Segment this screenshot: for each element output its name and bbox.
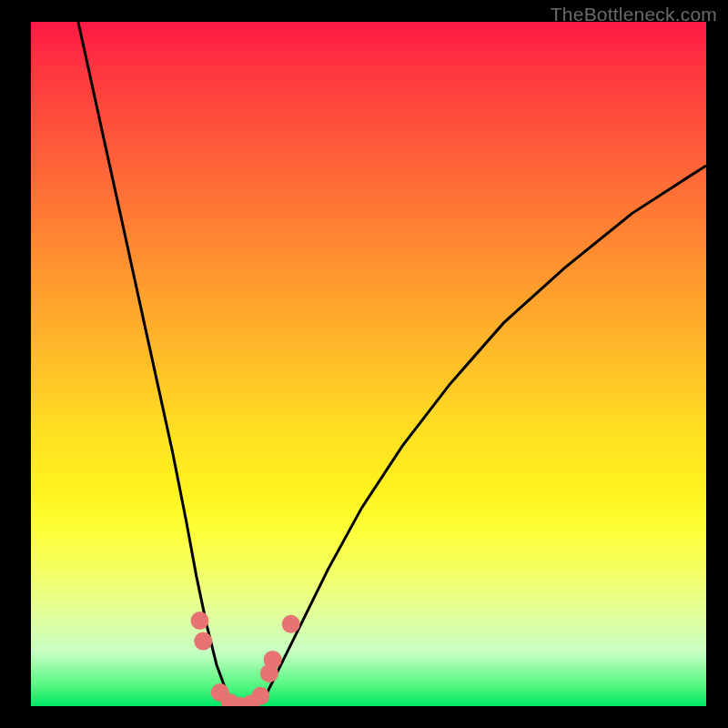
marker: [251, 687, 269, 705]
marker: [282, 615, 300, 633]
right-curve: [258, 166, 706, 706]
chart-frame: TheBottleneck.com: [0, 0, 728, 728]
plot-area: [31, 22, 706, 706]
marker: [191, 612, 209, 630]
left-curve: [78, 22, 236, 706]
marker: [194, 632, 212, 651]
watermark-text: TheBottleneck.com: [551, 4, 717, 25]
chart-svg: [31, 22, 706, 706]
marker: [264, 651, 282, 669]
